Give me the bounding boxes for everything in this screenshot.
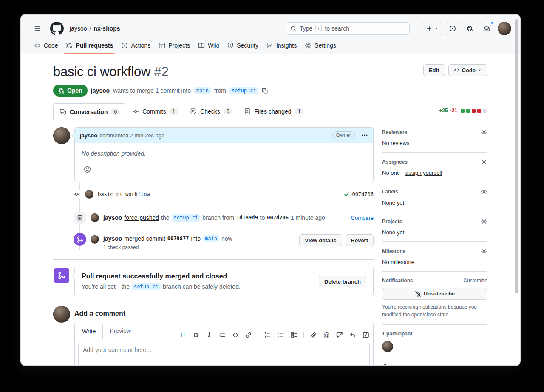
diffstat: +25 -21 — [439, 108, 487, 114]
nav-tab-wiki[interactable]: Wiki — [195, 37, 222, 54]
tab-conversation[interactable]: Conversation 0 — [53, 103, 126, 120]
reviewers-gear-button[interactable] — [481, 129, 487, 136]
check-passed-text[interactable]: 1 check passed — [103, 244, 232, 250]
tab-commits[interactable]: Commits 1 — [126, 103, 184, 120]
inbox-button[interactable] — [480, 22, 493, 35]
merge-author[interactable]: jaysoo — [103, 235, 122, 242]
pull-requests-button[interactable] — [463, 22, 476, 35]
hamburger-menu-button[interactable] — [31, 22, 44, 35]
delete-branch-button[interactable]: Delete branch — [319, 276, 366, 287]
comment-author[interactable]: jaysoo — [80, 132, 97, 139]
gear-icon — [481, 129, 487, 136]
edit-button[interactable]: Edit — [423, 64, 445, 76]
projects-gear-button[interactable] — [481, 218, 487, 225]
labels-body: None yet — [382, 199, 487, 206]
numbered-list-button[interactable] — [264, 331, 272, 339]
add-reaction-button[interactable] — [82, 164, 93, 175]
issues-button[interactable] — [446, 22, 459, 35]
milestone-gear-button[interactable] — [481, 248, 487, 255]
nav-tab-code[interactable]: Code — [31, 37, 61, 54]
push-author-avatar[interactable] — [91, 213, 99, 222]
nav-tab-security[interactable]: Security — [224, 37, 262, 54]
head-branch-label[interactable]: setup-ci — [132, 283, 161, 290]
git-commit-icon — [132, 108, 139, 115]
github-logo[interactable] — [50, 22, 64, 35]
assign-yourself-link[interactable]: assign yourself — [405, 170, 442, 176]
breadcrumb-repo[interactable]: nx-shops — [94, 25, 120, 32]
commit-sha[interactable]: 007d706 — [352, 191, 374, 197]
link-button[interactable] — [245, 331, 252, 339]
add-comment-heading: Add a comment — [74, 306, 374, 318]
tab-checks[interactable]: Checks 0 — [184, 103, 238, 120]
reviewers-body: No reviews — [382, 140, 487, 146]
lock-conversation-button[interactable]: Lock conversation — [382, 358, 487, 366]
nav-tab-actions[interactable]: Actions — [118, 37, 154, 54]
italic-button[interactable]: I — [205, 331, 213, 339]
slash-commands-button[interactable] — [362, 331, 370, 339]
git-commit-icon — [73, 190, 80, 199]
commit-message[interactable]: basic ci workflow — [98, 191, 150, 197]
copy-branch-button[interactable] — [262, 88, 268, 94]
diffstat-block — [466, 109, 470, 113]
base-branch-label[interactable]: main — [194, 87, 211, 94]
gear-icon — [481, 218, 487, 225]
customize-link[interactable]: Customize — [463, 278, 487, 284]
head-branch-label[interactable]: setup-ci — [172, 214, 201, 222]
user-avatar[interactable] — [498, 22, 511, 35]
merge-author-avatar[interactable] — [91, 235, 99, 244]
search-input[interactable]: Type / to search — [286, 22, 410, 35]
code-button[interactable] — [232, 331, 239, 339]
commit-author-avatar[interactable] — [85, 190, 94, 199]
assignees-gear-button[interactable] — [481, 159, 487, 165]
nav-tab-projects[interactable]: Projects — [155, 37, 193, 54]
breadcrumb: jaysoo / nx-shops — [70, 25, 120, 32]
check-success-icon[interactable] — [344, 191, 350, 197]
mention-button[interactable]: @ — [323, 331, 330, 339]
scrollbar-thumb[interactable] — [515, 19, 518, 293]
merge-sha[interactable]: 0079877 — [167, 236, 189, 241]
bold-button[interactable]: B — [192, 331, 200, 339]
nav-tab-settings[interactable]: Settings — [301, 37, 340, 54]
diffstat-block — [472, 109, 476, 113]
force-pushed-link[interactable]: force-pushed — [124, 214, 159, 221]
preview-tab[interactable]: Preview — [103, 323, 138, 339]
pr-timeline: basic ci workflow 007d706 jaysoo — [53, 182, 374, 250]
comment-author-avatar[interactable] — [53, 127, 70, 144]
write-tab[interactable]: Write — [75, 323, 103, 339]
projects-title: Projects — [382, 219, 402, 224]
comment-discussion-icon — [60, 108, 66, 115]
create-new-button[interactable] — [422, 22, 442, 35]
heading-button[interactable]: H — [179, 331, 187, 339]
bullet-list-button[interactable] — [277, 331, 285, 339]
unsubscribe-button[interactable]: Unsubscribe — [382, 288, 487, 300]
task-list-button[interactable] — [290, 331, 298, 339]
reply-button[interactable] — [349, 331, 357, 339]
nav-tab-pull-requests[interactable]: Pull requests — [62, 37, 116, 54]
search-icon — [290, 26, 297, 32]
code-dropdown-button[interactable]: Code — [448, 64, 488, 76]
pr-author[interactable]: jaysoo — [91, 87, 110, 94]
base-branch-label[interactable]: main — [203, 235, 219, 242]
revert-button[interactable]: Revert — [346, 234, 374, 246]
notifications-title: Notifications — [382, 278, 413, 284]
attach-file-button[interactable] — [309, 331, 317, 339]
head-branch-label[interactable]: setup-ci — [230, 87, 258, 94]
comment-menu-button[interactable] — [361, 132, 368, 139]
site-header: jaysoo / nx-shops Type / to search — [21, 15, 520, 54]
lock-icon — [382, 364, 388, 366]
tab-files-changed[interactable]: Files changed 1 — [238, 103, 309, 120]
milestone-title: Milestone — [382, 248, 405, 254]
quote-button[interactable] — [218, 331, 226, 339]
compare-link[interactable]: Compare — [351, 215, 374, 221]
push-author[interactable]: jaysoo — [103, 214, 122, 221]
breadcrumb-owner[interactable]: jaysoo — [70, 25, 87, 32]
scrollbar[interactable] — [514, 17, 519, 364]
new-sha[interactable]: 007d706 — [267, 215, 289, 221]
participant-avatar[interactable] — [382, 341, 393, 352]
labels-gear-button[interactable] — [481, 188, 487, 195]
view-details-button[interactable]: View details — [299, 234, 342, 246]
cross-reference-button[interactable] — [336, 331, 343, 339]
comment-textarea[interactable] — [78, 343, 370, 366]
old-sha[interactable]: 1d189d9 — [236, 215, 258, 221]
nav-tab-insights[interactable]: Insights — [263, 37, 300, 54]
